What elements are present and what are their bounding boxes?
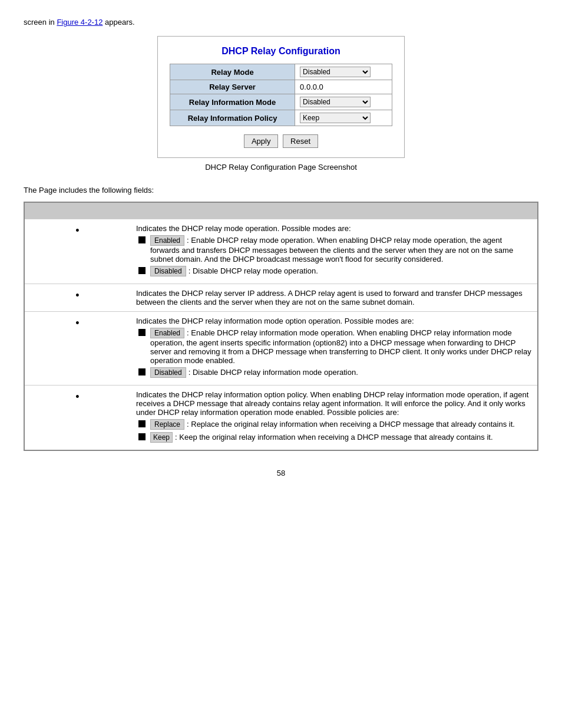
relay-mode-intro: Indicates the DHCP relay mode operation.… (136, 224, 531, 233)
relay-info-policy-bullet-cell: • (24, 385, 130, 450)
dhcp-config-table: Relay Mode Disabled Enabled Relay Server… (170, 64, 392, 126)
relay-info-mode-label: Relay Information Mode (170, 94, 295, 110)
relay-info-policy-keep-desc: Keep: Keep the original relay informatio… (150, 432, 493, 443)
relay-info-mode-intro: Indicates the DHCP relay information mod… (136, 317, 531, 325)
description-table: • Indicates the DHCP relay mode operatio… (24, 202, 538, 451)
disabled-tag: Disabled (150, 367, 186, 378)
relay-info-mode-desc-cell: Indicates the DHCP relay information mod… (130, 311, 538, 385)
square-bullet-icon (138, 433, 146, 440)
page-number: 58 (24, 469, 538, 477)
relay-mode-enabled-desc: Enabled: Enable DHCP relay mode operatio… (150, 235, 531, 263)
reset-button[interactable]: Reset (283, 134, 318, 148)
bullet-point: • (75, 317, 79, 329)
relay-server-desc: Indicates the DHCP relay server IP addre… (136, 289, 531, 307)
table-row: Relay Information Mode Disabled Enabled (170, 94, 392, 110)
relay-server-ip: 0.0.0.0 (300, 83, 323, 91)
relay-server-value: 0.0.0.0 (295, 80, 392, 94)
relay-mode-desc-cell: Indicates the DHCP relay mode operation.… (130, 219, 538, 284)
dhcp-config-box: DHCP Relay Configuration Relay Mode Disa… (157, 36, 405, 158)
bullet-point: • (75, 391, 79, 403)
apply-button[interactable]: Apply (244, 134, 279, 148)
relay-info-mode-select[interactable]: Disabled Enabled (300, 97, 371, 107)
col1-header (24, 202, 130, 219)
dhcp-config-title: DHCP Relay Configuration (170, 46, 392, 57)
table-header-row (24, 202, 538, 219)
relay-mode-bullet-cell: • (24, 219, 130, 284)
caption: DHCP Relay Configuration Page Screenshot (24, 163, 538, 172)
table-row: Relay Server 0.0.0.0 (170, 80, 392, 94)
relay-info-mode-enabled-item: Enabled: Enable DHCP relay information m… (138, 328, 531, 365)
relay-info-policy-value[interactable]: Keep Replace (295, 110, 392, 126)
relay-mode-value[interactable]: Disabled Enabled (295, 64, 392, 80)
bullet-point: • (75, 289, 79, 301)
relay-server-desc-cell: Indicates the DHCP relay server IP addre… (130, 284, 538, 311)
relay-info-policy-replace-desc: Replace: Replace the original relay info… (150, 419, 515, 430)
enabled-tag: Enabled (150, 328, 184, 338)
table-row: • Indicates the DHCP relay mode operatio… (24, 219, 538, 284)
relay-info-mode-value[interactable]: Disabled Enabled (295, 94, 392, 110)
relay-info-policy-select[interactable]: Keep Replace (300, 113, 371, 123)
relay-server-bullet-cell: • (24, 284, 130, 311)
relay-info-policy-keep-item: Keep: Keep the original relay informatio… (138, 432, 531, 443)
enabled-tag: Enabled (150, 235, 184, 246)
relay-info-mode-bullet-cell: • (24, 311, 130, 385)
relay-info-policy-desc-cell: Indicates the DHCP relay information opt… (130, 385, 538, 450)
table-row: Relay Information Policy Keep Replace (170, 110, 392, 126)
relay-mode-disabled-desc: Disabled: Disable DHCP relay mode operat… (150, 266, 318, 276)
button-row: Apply Reset (170, 134, 392, 148)
disabled-tag: Disabled (150, 266, 186, 276)
relay-mode-select[interactable]: Disabled Enabled (300, 67, 371, 77)
table-row: • Indicates the DHCP relay server IP add… (24, 284, 538, 311)
intro-text-after: appears. (103, 18, 134, 27)
section-label: The Page includes the following fields: (24, 186, 538, 195)
keep-tag: Keep (150, 432, 173, 443)
relay-mode-enabled-item: Enabled: Enable DHCP relay mode operatio… (138, 235, 531, 263)
relay-info-mode-disabled-item: Disabled: Disable DHCP relay information… (138, 367, 531, 378)
bullet-point: • (75, 225, 79, 236)
relay-mode-label: Relay Mode (170, 64, 295, 80)
relay-server-label: Relay Server (170, 80, 295, 94)
square-bullet-icon (138, 420, 146, 427)
relay-info-policy-replace-item: Replace: Replace the original relay info… (138, 419, 531, 430)
relay-mode-disabled-item: Disabled: Disable DHCP relay mode operat… (138, 266, 531, 276)
relay-info-mode-disabled-desc: Disabled: Disable DHCP relay information… (150, 367, 358, 378)
square-bullet-icon (138, 236, 146, 243)
replace-tag: Replace (150, 419, 184, 430)
table-row: Relay Mode Disabled Enabled (170, 64, 392, 80)
figure-link[interactable]: Figure 4-2-12 (57, 18, 103, 27)
table-row: • Indicates the DHCP relay information o… (24, 385, 538, 450)
relay-info-mode-enabled-desc: Enabled: Enable DHCP relay information m… (150, 328, 531, 365)
intro-paragraph: screen in Figure 4-2-12 appears. (24, 18, 538, 27)
intro-text-before: screen in (24, 18, 57, 27)
relay-info-policy-label: Relay Information Policy (170, 110, 295, 126)
square-bullet-icon (138, 329, 146, 336)
square-bullet-icon (138, 267, 146, 274)
square-bullet-icon (138, 368, 146, 375)
table-row: • Indicates the DHCP relay information m… (24, 311, 538, 385)
relay-info-policy-intro: Indicates the DHCP relay information opt… (136, 390, 531, 417)
col2-header (130, 202, 538, 219)
